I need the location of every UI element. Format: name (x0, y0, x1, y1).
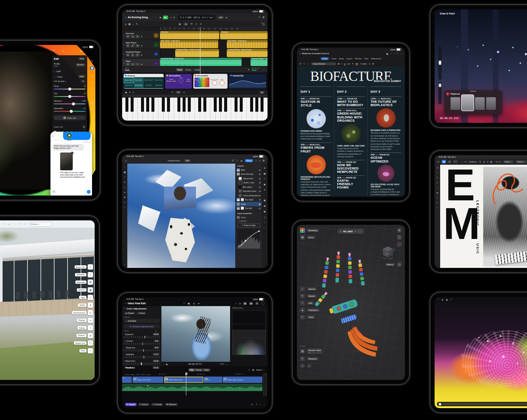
italic-button[interactable]: I (341, 63, 342, 65)
shape-tool-icon[interactable]: ◇ (436, 187, 438, 189)
snap-value[interactable]: 1/4 (262, 24, 265, 26)
help-icon[interactable]: ? (259, 160, 261, 162)
clip-s[interactable]: S... (204, 377, 222, 383)
camera-icon[interactable]: ▣ (188, 302, 190, 305)
mute-button[interactable]: M (126, 35, 130, 38)
export-icon[interactable]: ⤴ (13, 223, 15, 226)
help-icon[interactable]: ? (259, 16, 260, 19)
pencil-tool-icon[interactable]: ✎ (136, 23, 138, 26)
remove-attachment-icon[interactable]: ✕ (71, 152, 73, 154)
hide-icon[interactable]: ◎ (307, 363, 312, 368)
wb-value[interactable]: As shot (58, 80, 64, 82)
slider-exposure[interactable]: •Exposure45.59 (124, 333, 160, 338)
clip-skyline-background[interactable]: Skyline_Blue_Backgro... (223, 377, 262, 383)
slider-contrast[interactable]: ◐Contrast4.41 (124, 339, 160, 345)
heal-tool-icon[interactable]: ✳ (91, 81, 93, 84)
pointer-tool-icon[interactable]: ○ (132, 23, 134, 26)
slider-highlights[interactable]: ○Highlights11.27 (124, 353, 160, 358)
effects-icon[interactable]: ✦ (255, 302, 259, 305)
playhead[interactable] (200, 27, 200, 80)
materials-icon[interactable]: ▤ (88, 279, 93, 285)
layer-yellow-desaturation[interactable]: Yellow desaturation◉ (236, 193, 262, 198)
tools-button[interactable]: Tools (307, 315, 315, 319)
outliner-button[interactable]: Outliner (76, 334, 86, 337)
prev-style-icon[interactable]: ‹ (468, 161, 469, 163)
region-pad-2[interactable]: Keyboard Player - Simple Pad (251, 58, 268, 66)
notes-icon[interactable]: ≡ (133, 91, 134, 93)
timeline-playhead[interactable] (186, 373, 186, 396)
audio-track[interactable] (122, 384, 262, 391)
layer-edits[interactable]: Edits◉ (236, 168, 262, 172)
extract-icon[interactable]: ⤴ (256, 403, 257, 406)
text-case-button[interactable]: aA (347, 63, 350, 65)
settings-icon[interactable]: ⚙ (18, 223, 20, 226)
audio-keyframe-dot[interactable] (147, 385, 148, 386)
drag-on-image-button[interactable]: ✦Drag on image (237, 223, 260, 228)
letter-e[interactable]: E (445, 168, 474, 203)
frame-thumbnail[interactable] (486, 97, 496, 110)
undo-icon[interactable]: ↺ (232, 159, 233, 162)
draft-text[interactable]: This might be the one! I made some quick… (60, 172, 86, 179)
items-icon[interactable]: ▤ (300, 235, 305, 240)
region-keys-2[interactable]: Keyboard Player - Block Chords (227, 49, 268, 57)
sketch-icon[interactable]: ✎ (300, 293, 305, 299)
brush-tool-icon[interactable]: ✦ (436, 181, 438, 184)
layer-sweater-poster[interactable]: Sweat...oster◉ (236, 181, 262, 185)
style-picker[interactable]: ‹Default› (468, 161, 477, 163)
close-circle-icon[interactable]: ✕ (82, 125, 85, 128)
letter-m[interactable]: M (443, 206, 478, 241)
more-rail-icon[interactable]: ⋯ (264, 226, 266, 229)
measure-icon[interactable]: ✎ (300, 356, 305, 361)
back-icon[interactable]: ‹ (125, 15, 126, 19)
lock-icon[interactable]: ◈ (442, 298, 443, 301)
send-icon[interactable]: ↑ (87, 190, 91, 194)
eye-icon[interactable]: ◉ (259, 194, 261, 197)
brush-tool-icon[interactable]: ✎ (124, 181, 125, 183)
eye-icon[interactable]: ◉ (259, 198, 261, 201)
crop-rail-icon[interactable]: ◇ (264, 216, 266, 218)
home-icon[interactable]: ⌂ (340, 230, 341, 233)
render-style-icon[interactable]: ◇ (397, 242, 402, 247)
voiceover-icon[interactable]: ● (198, 302, 199, 305)
multicam-button[interactable]: ▦Multicam (165, 403, 178, 406)
play-button[interactable]: ▶ (163, 16, 168, 19)
patch-cell[interactable]: Motion Pad (154, 78, 163, 83)
document-page[interactable]: BIOFACTURE INNOVATION SUMMIT DAY 1 2PM —… (297, 66, 405, 197)
panel-back-icon[interactable]: ‹ (124, 307, 125, 310)
scenes-icon[interactable]: ▣ (88, 287, 93, 293)
skip-back-icon[interactable]: ‹ (164, 363, 164, 365)
node-tool-icon[interactable]: ✦ (464, 160, 466, 163)
more-icon[interactable]: ⋯ (90, 49, 92, 52)
trim-left-icon[interactable]: ‹ (260, 403, 261, 406)
rgb-overlay-label[interactable]: RGB Overlay (230, 306, 268, 310)
brush-tool-icon[interactable]: • (92, 95, 92, 97)
save-icon[interactable]: ☁ (7, 223, 10, 226)
bell-icon[interactable]: ○ (264, 221, 265, 223)
frame-thumbnail[interactable] (475, 97, 485, 110)
layers-icon[interactable]: ▤ (264, 172, 266, 175)
sync-icon[interactable]: ⚙ (354, 230, 356, 233)
loop-tool-icon[interactable]: ⟳ (191, 23, 193, 26)
color-mix-button[interactable]: Color mix (54, 115, 85, 120)
crop-tool-icon[interactable]: ◐ (437, 202, 438, 204)
shadows-button[interactable]: Shadows (75, 273, 86, 276)
mode-clip[interactable]: Clip (189, 368, 195, 371)
tab-layout[interactable]: Layout (346, 58, 352, 60)
patch-cell[interactable]: Bright Synth (124, 78, 134, 83)
count-badge[interactable]: +56 (217, 16, 224, 19)
contact-name[interactable]: Joyce (67, 139, 71, 141)
plugin-chromaglow[interactable]: ChromaGlow ModelModern Tube Drive StyleC… (165, 74, 192, 89)
slider-handle[interactable] (143, 342, 143, 345)
temp-slider-track[interactable] (54, 89, 85, 89)
auto-light-icon[interactable]: ✦ (155, 330, 157, 332)
vertical-word-usic[interactable]: USIC (476, 243, 479, 255)
visibility-icon[interactable]: ⚙ (397, 228, 402, 233)
cycle-button[interactable]: ⟳ (173, 16, 175, 19)
zoom-tool-icon[interactable]: ⌕ (124, 206, 125, 209)
object-button[interactable]: Object ⌄ (515, 160, 527, 163)
collapse-icon[interactable]: ⌄ (158, 330, 160, 332)
facetime-icon[interactable]: ▸ (88, 134, 90, 138)
eyedropper-tool-icon[interactable]: • (437, 207, 438, 209)
eye-icon[interactable]: ◉ (259, 186, 261, 188)
mobile-view-icon[interactable]: ▣ (386, 52, 388, 55)
